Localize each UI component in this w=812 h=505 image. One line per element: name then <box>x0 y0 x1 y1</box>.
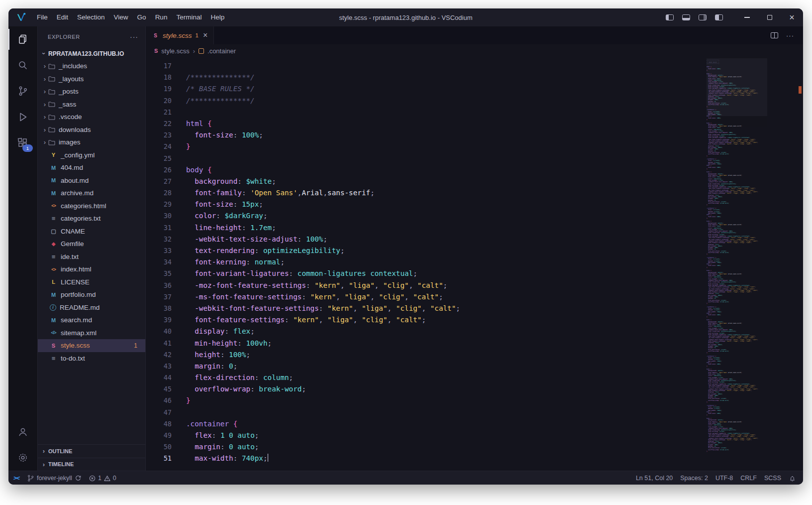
menu-edit[interactable]: Edit <box>52 8 73 26</box>
tree-item-archive.md[interactable]: Marchive.md <box>38 187 145 200</box>
code-line[interactable]: 31 line-height: 1.7em; <box>146 222 803 234</box>
tree-item-images[interactable]: ›images <box>38 136 145 149</box>
minimap-viewport[interactable] <box>707 58 767 116</box>
minimize-button[interactable] <box>736 8 758 26</box>
tree-item-search.md[interactable]: Msearch.md <box>38 314 145 327</box>
tree-item-.vscode[interactable]: ›.vscode <box>38 111 145 124</box>
code-line[interactable]: 36 -moz-font-feature-settings: "kern", "… <box>146 280 803 291</box>
tree-item-CNAME[interactable]: ▢CNAME <box>38 225 145 238</box>
code-line[interactable]: 30 color: $darkGray; <box>146 210 803 222</box>
breadcrumb-file[interactable]: style.scss <box>161 47 189 55</box>
menu-go[interactable]: Go <box>133 8 151 26</box>
code-line[interactable]: 25 <box>146 153 803 164</box>
code-line[interactable]: 44 flex-direction: column; <box>146 372 803 383</box>
menu-run[interactable]: Run <box>151 8 172 26</box>
tab-close-icon[interactable]: × <box>203 31 207 40</box>
menu-help[interactable]: Help <box>206 8 229 26</box>
breadcrumb-symbol[interactable]: .container <box>207 47 236 55</box>
code-line[interactable]: 51 max-width: 740px; <box>146 453 803 464</box>
maximize-button[interactable] <box>758 8 781 26</box>
root-folder-row[interactable]: › RPRATAMA123.GITHUB.IO <box>38 47 145 60</box>
customize-layout-icon[interactable] <box>715 14 723 20</box>
code-line[interactable]: 24} <box>146 141 803 152</box>
code-line[interactable]: 20/**************/ <box>146 95 803 107</box>
tree-item-README.md[interactable]: iREADME.md <box>38 301 145 314</box>
code-area[interactable]: 1718/**************/19/* BASE RULES */20… <box>146 57 803 471</box>
extensions-icon[interactable]: 1 <box>8 130 37 156</box>
menu-view[interactable]: View <box>109 8 133 26</box>
code-line[interactable]: 27 background: $white; <box>146 176 803 187</box>
code-line[interactable]: 48.container { <box>146 418 803 430</box>
tree-item-_posts[interactable]: ›_posts <box>38 85 145 98</box>
problems-item[interactable]: 1 0 <box>89 475 116 482</box>
tree-item-about.md[interactable]: Mabout.md <box>38 174 145 187</box>
code-line[interactable]: 23 font-size: 100%; <box>146 129 803 141</box>
run-debug-icon[interactable] <box>8 104 37 130</box>
status-utf-8[interactable]: UTF-8 <box>715 475 733 482</box>
code-line[interactable]: 32 -webkit-text-size-adjust: 100%; <box>146 234 803 245</box>
code-line[interactable]: 46} <box>146 395 803 406</box>
search-icon[interactable] <box>8 52 37 78</box>
code-line[interactable]: 35 font-variant-ligatures: common-ligatu… <box>146 268 803 279</box>
status-ln[interactable]: Ln 51, Col 20 <box>636 475 673 482</box>
code-line[interactable]: 47 <box>146 407 803 418</box>
code-line[interactable]: 50 margin: 0 auto; <box>146 441 803 453</box>
code-line[interactable]: 38 -webkit-font-feature-settings: "kern"… <box>146 303 803 314</box>
code-line[interactable]: 43 margin: 0; <box>146 361 803 372</box>
explorer-more-icon[interactable]: ··· <box>130 33 138 41</box>
code-line[interactable]: 45 overflow-wrap: break-word; <box>146 383 803 395</box>
menu-terminal[interactable]: Terminal <box>172 8 206 26</box>
source-control-icon[interactable] <box>8 78 37 104</box>
tab-style-scss[interactable]: S style.scss 1 × <box>146 26 214 44</box>
code-line[interactable]: 22html { <box>146 118 803 129</box>
tree-item-to-do.txt[interactable]: ≡to-do.txt <box>38 352 145 365</box>
tree-item-categories.html[interactable]: <>categories.html <box>38 200 145 213</box>
section-timeline[interactable]: ›TIMELINE <box>38 458 145 471</box>
code-line[interactable]: 34 font-kerning: normal; <box>146 256 803 268</box>
tree-item-style.scss[interactable]: Sstyle.scss1 <box>38 339 145 352</box>
accounts-icon[interactable] <box>8 419 37 445</box>
status-scss[interactable]: SCSS <box>764 475 781 482</box>
tree-item-_layouts[interactable]: ›_layouts <box>38 73 145 86</box>
explorer-icon[interactable] <box>8 26 37 52</box>
code-line[interactable]: 33 text-rendering: optimizeLegibility; <box>146 245 803 256</box>
remote-indicator-icon[interactable]: >< <box>13 475 20 482</box>
settings-gear-icon[interactable] <box>8 445 37 471</box>
tree-item-Gemfile[interactable]: ◆Gemfile <box>38 238 145 251</box>
notifications-bell-icon[interactable] <box>789 475 796 482</box>
code-line[interactable]: 29 font-size: 15px; <box>146 199 803 210</box>
toggle-secondary-sidebar-icon[interactable] <box>699 14 707 20</box>
close-button[interactable]: × <box>781 8 803 26</box>
code-line[interactable]: 41 min-height: 100vh; <box>146 338 803 349</box>
tree-item-_config.yml[interactable]: Y_config.yml <box>38 149 145 162</box>
status-spaces[interactable]: Spaces: 2 <box>680 475 708 482</box>
toggle-panel-icon[interactable] <box>682 14 690 20</box>
tree-item-_sass[interactable]: ›_sass <box>38 98 145 111</box>
code-line[interactable]: 19/* BASE RULES */ <box>146 83 803 95</box>
menu-selection[interactable]: Selection <box>73 8 109 26</box>
code-line[interactable]: 26body { <box>146 164 803 176</box>
section-outline[interactable]: ›OUTLINE <box>38 445 145 458</box>
code-line[interactable]: 28 font-family: 'Open Sans',Arial,sans-s… <box>146 187 803 199</box>
tree-item-_includes[interactable]: ›_includes <box>38 60 145 73</box>
tree-item-categories.txt[interactable]: ≡categories.txt <box>38 212 145 225</box>
toggle-sidebar-icon[interactable] <box>666 14 674 20</box>
code-line[interactable]: 49 flex: 1 0 auto; <box>146 430 803 441</box>
tree-item-index.html[interactable]: <>index.html <box>38 263 145 276</box>
minimap[interactable]: /**************//* BASE RULES *//*******… <box>707 58 767 471</box>
editor-more-icon[interactable]: ··· <box>786 32 794 39</box>
tree-item-ide.txt[interactable]: ≡ide.txt <box>38 251 145 263</box>
tree-item-404.md[interactable]: M404.md <box>38 161 145 174</box>
code-line[interactable]: 39 font-feature-settings: "kern", "liga"… <box>146 314 803 326</box>
git-branch-item[interactable]: forever-jekyll <box>27 474 82 482</box>
code-line[interactable]: 17 <box>146 60 803 72</box>
tree-item-LICENSE[interactable]: LLICENSE <box>38 276 145 289</box>
split-editor-icon[interactable] <box>771 32 778 38</box>
code-line[interactable]: 21 <box>146 107 803 118</box>
tree-item-sitemap.xml[interactable]: </>sitemap.xml <box>38 327 145 340</box>
code-line[interactable]: 37 -ms-font-feature-settings: "kern", "l… <box>146 291 803 303</box>
tree-item-portfolio.md[interactable]: Mportfolio.md <box>38 288 145 301</box>
status-crlf[interactable]: CRLF <box>740 475 757 482</box>
menu-file[interactable]: File <box>32 8 52 26</box>
code-line[interactable]: 40 display: flex; <box>146 326 803 337</box>
